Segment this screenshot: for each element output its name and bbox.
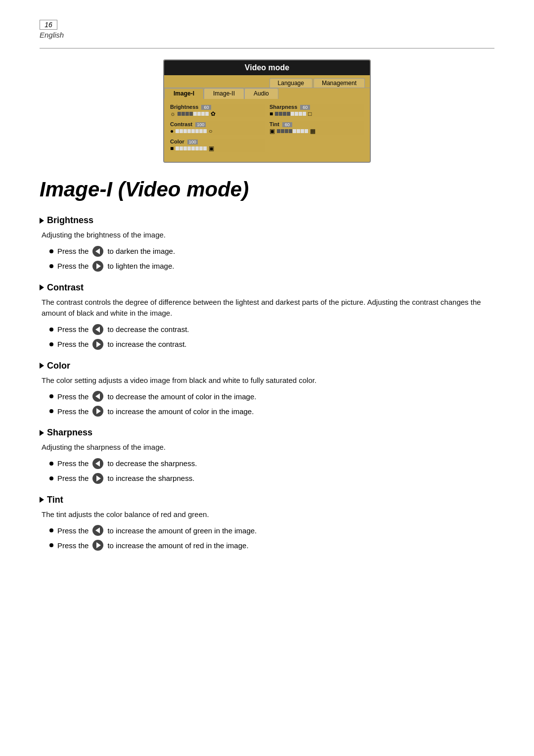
seg-filled xyxy=(293,129,296,133)
color-high-icon: ▣ xyxy=(209,145,214,152)
vm-sharpness-bar xyxy=(275,112,306,116)
section-color: ColorThe color setting adjusts a video i… xyxy=(40,361,494,417)
vm-contrast: Contrast 100 ● xyxy=(170,121,265,135)
seg-filled xyxy=(199,146,203,150)
tab-image-i: Image-I xyxy=(164,88,204,99)
vm-sharpness-slider: ■ □ xyxy=(269,110,364,117)
section-brightness: BrightnessAdjusting the brightness of th… xyxy=(40,215,494,272)
contrast-high-icon: ○ xyxy=(209,128,212,135)
vm-tint-slider: ▣ ▦ xyxy=(269,128,364,135)
video-mode-box: Video mode Language Management Image-I I… xyxy=(163,59,371,163)
vm-brightness-value: 60 xyxy=(201,105,211,110)
press-the-text: Press the xyxy=(57,407,89,416)
press-the-text: Press the xyxy=(57,474,89,482)
bullet-action-text: to increase the amount of red in the ima… xyxy=(107,541,248,550)
press-the-text: Press the xyxy=(57,262,89,270)
right-arrow-button[interactable] xyxy=(92,473,103,484)
right-arrow-button[interactable] xyxy=(92,261,103,272)
bullet-item: Press theto decrease the amount of color… xyxy=(49,391,494,402)
bullet-list-tint: Press theto increase the amount of green… xyxy=(49,525,494,551)
sharpness-high-icon: □ xyxy=(308,110,312,117)
vm-contrast-label-row: Contrast 100 xyxy=(170,121,265,128)
right-arrow-button[interactable] xyxy=(92,339,103,350)
vm-tint-value: 60 xyxy=(282,122,292,127)
vm-color-slider: ■ ▣ xyxy=(170,145,265,152)
vm-contrast-label: Contrast xyxy=(170,121,192,127)
vm-row-2: Contrast 100 ● xyxy=(170,121,364,135)
seg-filled xyxy=(205,112,209,116)
bullet-dot xyxy=(49,462,53,466)
section-sharpness: SharpnessAdjusting the sharpness of the … xyxy=(40,427,494,484)
vm-sharpness-label-row: Sharpness 60 xyxy=(269,104,364,110)
vm-sharpness-label: Sharpness xyxy=(269,104,297,110)
section-desc-brightness: Adjusting the brightness of the image. xyxy=(42,230,494,241)
seg-filled xyxy=(295,112,298,116)
seg-filled xyxy=(191,129,195,133)
seg-filled xyxy=(299,112,302,116)
left-arrow-button[interactable] xyxy=(92,391,103,402)
bullet-list-sharpness: Press theto decrease the sharpness.Press… xyxy=(49,458,494,484)
tint-high-icon: ▦ xyxy=(310,128,315,135)
bullet-dot xyxy=(49,328,53,331)
right-arrow-button[interactable] xyxy=(92,540,103,551)
bullet-action-text: to increase the amount of green in the i… xyxy=(107,526,257,535)
bullet-dot xyxy=(49,394,53,398)
brightness-high-icon: ✿ xyxy=(211,110,216,117)
page-number: 16 xyxy=(40,20,57,30)
vm-contrast-value: 100 xyxy=(195,122,206,127)
bullet-action-text: to increase the sharpness. xyxy=(107,474,194,482)
tab-image-ii: Image-II xyxy=(204,88,244,99)
vm-color-label: Color xyxy=(170,139,184,144)
bullet-item: Press theto increase the sharpness. xyxy=(49,473,494,484)
seg-filled xyxy=(203,129,207,133)
tab-language: Language xyxy=(269,78,312,88)
seg-filled xyxy=(183,129,187,133)
bullet-dot xyxy=(49,249,53,253)
left-arrow-button[interactable] xyxy=(92,525,103,536)
seg xyxy=(289,129,292,133)
seg-filled xyxy=(199,129,203,133)
section-header-tint: Tint xyxy=(40,495,494,505)
seg-filled xyxy=(301,129,304,133)
vm-sharpness-value: 60 xyxy=(300,105,310,110)
bullet-action-text: to darken the image. xyxy=(107,247,175,255)
left-arrow-button[interactable] xyxy=(92,458,103,469)
seg-filled xyxy=(193,112,197,116)
seg xyxy=(281,129,284,133)
vm-tint: Tint 60 ▣ xyxy=(269,121,364,135)
section-title-brightness: Brightness xyxy=(47,215,93,226)
press-the-text: Press the xyxy=(57,340,89,348)
bullet-action-text: to decrease the sharpness. xyxy=(107,459,197,468)
press-the-text: Press the xyxy=(57,247,89,255)
section-title-contrast: Contrast xyxy=(47,283,84,293)
section-arrow-color xyxy=(40,363,44,369)
bullet-item: Press theto decrease the sharpness. xyxy=(49,458,494,469)
main-title: Image-I (Video mode) xyxy=(40,178,494,201)
section-title-color: Color xyxy=(47,361,70,371)
seg-filled xyxy=(176,146,179,150)
vm-content: Brightness 60 ☼ xyxy=(164,99,370,162)
vm-contrast-bar xyxy=(176,129,207,133)
vm-tabs-row1: Language Management xyxy=(164,75,370,88)
seg xyxy=(178,112,181,116)
section-arrow-brightness xyxy=(40,218,44,224)
left-arrow-button[interactable] xyxy=(92,324,103,335)
section-contrast: ContrastThe contrast controls the degree… xyxy=(40,283,494,350)
vm-row-3: Color 100 ■ xyxy=(170,139,364,152)
vm-empty-slot xyxy=(269,139,364,152)
vm-color: Color 100 ■ xyxy=(170,139,265,152)
seg xyxy=(185,112,189,116)
press-the-text: Press the xyxy=(57,459,89,468)
section-tint: TintThe tint adjusts the color balance o… xyxy=(40,495,494,551)
press-the-text: Press the xyxy=(57,392,89,401)
right-arrow-button[interactable] xyxy=(92,406,103,417)
bullet-item: Press theto increase the amount of red i… xyxy=(49,540,494,551)
left-arrow-button[interactable] xyxy=(92,246,103,257)
vm-brightness: Brightness 60 ☼ xyxy=(170,104,265,117)
seg xyxy=(285,129,288,133)
tint-low-icon: ▣ xyxy=(269,128,275,135)
bullet-dot xyxy=(49,409,53,413)
section-title-sharpness: Sharpness xyxy=(47,427,92,438)
vm-brightness-bar xyxy=(178,112,209,116)
vm-color-value: 100 xyxy=(187,140,198,144)
